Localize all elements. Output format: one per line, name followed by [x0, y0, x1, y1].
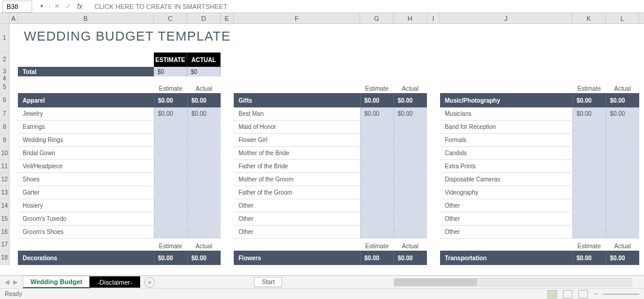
item-label[interactable]: Garter	[18, 186, 154, 199]
item-actual[interactable]	[606, 121, 639, 133]
col-header[interactable]: F	[234, 13, 360, 23]
item-actual[interactable]: $0.00	[187, 107, 221, 120]
item-label[interactable]: Mother of the Bride	[234, 147, 360, 159]
select-all-corner[interactable]	[0, 13, 10, 23]
item-actual[interactable]	[606, 160, 639, 172]
col-header[interactable]: D	[187, 13, 221, 23]
col-header[interactable]: I	[427, 13, 440, 23]
item-estimate[interactable]: $0.00	[154, 107, 187, 120]
col-header[interactable]: A	[10, 13, 18, 23]
name-box[interactable]: B38	[2, 1, 32, 13]
grid-area[interactable]: WEDDING BUDGET TEMPLATE ESTIMATE ACTUAL …	[10, 24, 644, 265]
col-header[interactable]: E	[221, 13, 234, 23]
item-label[interactable]: Veil/Headpiece	[18, 160, 154, 172]
row-header[interactable]: 12	[0, 173, 9, 186]
item-label[interactable]: Groom's Tuxedo	[18, 212, 154, 225]
item-label[interactable]: Best Man	[234, 107, 360, 120]
item-label[interactable]: Band for Reception	[440, 121, 572, 133]
item-estimate[interactable]	[360, 173, 394, 186]
item-label[interactable]: Earrings	[18, 121, 154, 133]
item-estimate[interactable]	[572, 226, 606, 238]
col-header[interactable]: H	[394, 13, 427, 23]
item-estimate[interactable]	[360, 147, 394, 159]
item-label[interactable]: Videography	[440, 186, 572, 199]
item-estimate[interactable]	[572, 173, 606, 186]
fx-icon[interactable]: fx	[77, 2, 82, 11]
item-actual[interactable]	[394, 226, 427, 238]
section-estimate[interactable]: $0.00	[572, 93, 606, 107]
item-actual[interactable]	[606, 173, 639, 186]
item-label[interactable]: Formals	[440, 134, 572, 146]
item-actual[interactable]	[187, 173, 221, 186]
item-actual[interactable]	[187, 160, 221, 172]
item-actual[interactable]	[394, 134, 427, 146]
item-estimate[interactable]	[572, 134, 606, 146]
item-estimate[interactable]	[572, 199, 606, 212]
section-estimate[interactable]: $0.00	[154, 93, 187, 107]
item-estimate[interactable]	[360, 160, 394, 172]
row-header[interactable]: 15	[0, 212, 9, 226]
col-header[interactable]: L	[606, 13, 639, 23]
item-estimate[interactable]	[154, 147, 187, 159]
row-header[interactable]: 11	[0, 160, 9, 173]
item-estimate[interactable]	[572, 212, 606, 225]
item-actual[interactable]	[394, 121, 427, 133]
row-header[interactable]: 17	[0, 239, 9, 251]
col-header[interactable]: B	[18, 13, 154, 23]
item-label[interactable]: Other	[440, 212, 572, 225]
item-actual[interactable]	[394, 199, 427, 212]
item-estimate[interactable]	[154, 186, 187, 199]
section-actual[interactable]: $0.00	[606, 93, 639, 107]
item-label[interactable]: Flower Girl	[234, 134, 360, 146]
item-estimate[interactable]	[572, 160, 606, 172]
item-actual[interactable]	[187, 134, 221, 146]
item-label[interactable]: Other	[234, 226, 360, 238]
row-header[interactable]: 13	[0, 186, 9, 199]
item-estimate[interactable]	[154, 134, 187, 146]
row-header[interactable]: 8	[0, 121, 9, 134]
row-header[interactable]: 18	[0, 251, 9, 265]
item-actual[interactable]	[606, 147, 639, 159]
section-actual[interactable]: $0.00	[394, 93, 427, 107]
item-label[interactable]: Father of the Bride	[234, 160, 360, 172]
col-header[interactable]: K	[572, 13, 606, 23]
item-label[interactable]: Other	[234, 199, 360, 212]
item-estimate[interactable]	[360, 212, 394, 225]
item-actual[interactable]	[187, 199, 221, 212]
col-header[interactable]: J	[440, 13, 572, 23]
item-actual[interactable]	[394, 147, 427, 159]
item-actual[interactable]	[187, 212, 221, 225]
item-estimate[interactable]	[154, 121, 187, 133]
item-actual[interactable]	[606, 134, 639, 146]
item-estimate[interactable]	[360, 121, 394, 133]
col-header[interactable]: G	[360, 13, 394, 23]
item-actual[interactable]	[394, 160, 427, 172]
item-label[interactable]: Shoes	[18, 173, 154, 186]
cancel-icon[interactable]: ✕	[54, 2, 60, 10]
item-label[interactable]: Musicians	[440, 107, 572, 120]
item-estimate[interactable]	[154, 212, 187, 225]
section-estimate[interactable]: $0.00	[572, 251, 606, 265]
item-estimate[interactable]: $0.00	[360, 107, 394, 120]
item-estimate[interactable]	[154, 173, 187, 186]
item-actual[interactable]	[187, 186, 221, 199]
item-actual[interactable]	[394, 212, 427, 225]
item-label[interactable]: Extra Prints	[440, 160, 572, 172]
row-header[interactable]: 10	[0, 147, 9, 160]
formula-content[interactable]: CLICK HERE TO CREATE IN SMARTSHEET	[87, 3, 644, 10]
row-header[interactable]: 16	[0, 226, 9, 239]
col-header[interactable]: C	[154, 13, 187, 23]
item-estimate[interactable]: $0.00	[572, 107, 606, 120]
section-actual[interactable]: $0.00	[606, 251, 639, 265]
item-label[interactable]: Candids	[440, 147, 572, 159]
item-label[interactable]: Wedding Rings	[18, 134, 154, 146]
total-actual[interactable]: $0	[187, 67, 221, 76]
item-actual[interactable]	[187, 121, 221, 133]
section-actual[interactable]: $0.00	[187, 251, 221, 265]
item-estimate[interactable]	[572, 121, 606, 133]
item-label[interactable]: Disposable Cameras	[440, 173, 572, 186]
item-actual[interactable]	[606, 199, 639, 212]
row-header[interactable]: 1	[0, 24, 9, 53]
item-estimate[interactable]	[154, 226, 187, 238]
section-actual[interactable]: $0.00	[394, 251, 427, 265]
